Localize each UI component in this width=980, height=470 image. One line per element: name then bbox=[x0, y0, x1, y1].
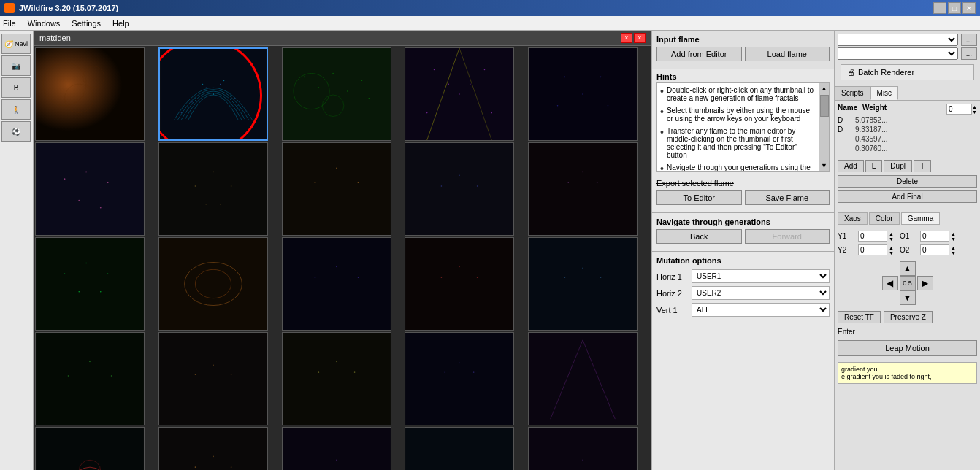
tab-misc[interactable]: Misc bbox=[870, 86, 899, 100]
tab-xaos[interactable]: Xaos bbox=[838, 212, 868, 225]
dropdown-2[interactable] bbox=[838, 47, 958, 60]
y1-up[interactable]: ▲ bbox=[889, 231, 894, 236]
menu-windows[interactable]: Windows bbox=[28, 19, 61, 28]
list-item[interactable] bbox=[35, 332, 145, 425]
add-final-button[interactable]: Add Final bbox=[838, 190, 977, 203]
leap-motion-button[interactable]: Leap Motion bbox=[838, 340, 977, 356]
scroll-thumb[interactable] bbox=[820, 95, 829, 117]
minimize-button[interactable]: — bbox=[933, 2, 946, 14]
list-item[interactable] bbox=[282, 427, 391, 470]
table-row[interactable]: 0.30760... bbox=[838, 145, 977, 153]
list-item[interactable] bbox=[158, 142, 268, 236]
list-item[interactable] bbox=[405, 332, 514, 425]
horiz2-row: Horiz 2 USER2 USER1ALLRANDOM bbox=[656, 286, 830, 300]
list-item[interactable] bbox=[282, 47, 391, 141]
list-item[interactable] bbox=[35, 47, 145, 141]
y2-down[interactable]: ▼ bbox=[889, 250, 894, 255]
save-flame-button[interactable]: Save Flame bbox=[745, 190, 830, 205]
y2-up[interactable]: ▲ bbox=[889, 245, 894, 250]
close-btn-1[interactable]: × bbox=[621, 33, 632, 43]
reset-tf-button[interactable]: Reset TF bbox=[838, 311, 881, 323]
preserve-z-button[interactable]: Preserve Z bbox=[884, 311, 933, 323]
maximize-button[interactable]: □ bbox=[948, 2, 961, 14]
list-item[interactable] bbox=[405, 47, 514, 141]
list-item[interactable] bbox=[528, 332, 638, 425]
menu-settings[interactable]: Settings bbox=[72, 19, 101, 28]
tab-gamma[interactable]: Gamma bbox=[901, 212, 941, 225]
dupl-button[interactable]: Dupl bbox=[884, 160, 912, 172]
list-item[interactable] bbox=[282, 332, 391, 425]
dropdown-1[interactable] bbox=[838, 34, 958, 46]
close-btn-2[interactable]: × bbox=[634, 33, 646, 43]
o1-input[interactable] bbox=[920, 231, 949, 242]
add-button[interactable]: Add bbox=[838, 160, 864, 172]
arrow-left[interactable]: ◀ bbox=[882, 276, 898, 290]
list-item[interactable] bbox=[35, 237, 145, 331]
to-editor-button[interactable]: To Editor bbox=[656, 190, 742, 205]
table-row[interactable]: D 5.07852... bbox=[838, 116, 977, 124]
arrow-right[interactable]: ▶ bbox=[917, 276, 933, 290]
dropdown-btn-2[interactable]: ... bbox=[961, 47, 977, 60]
o2-input[interactable] bbox=[920, 244, 949, 255]
sidebar-item-m[interactable]: 🚶 bbox=[1, 99, 31, 120]
add-from-editor-button[interactable]: Add from Editor bbox=[656, 47, 742, 61]
forward-button[interactable]: Forward bbox=[745, 229, 830, 244]
tab-scripts[interactable]: Scripts bbox=[835, 86, 870, 100]
bullet-3: • bbox=[660, 127, 664, 159]
menu-file[interactable]: File bbox=[3, 19, 16, 28]
list-item[interactable] bbox=[528, 142, 638, 236]
list-item[interactable] bbox=[158, 427, 268, 470]
list-item[interactable] bbox=[158, 332, 268, 425]
delete-button[interactable]: Delete bbox=[838, 175, 977, 188]
spinbox-down[interactable]: ▼ bbox=[972, 109, 977, 115]
weight-spinbox[interactable]: ▲ ▼ bbox=[946, 104, 977, 115]
list-item[interactable] bbox=[405, 427, 514, 470]
y1-input[interactable] bbox=[858, 231, 887, 242]
list-item[interactable] bbox=[405, 142, 514, 236]
back-button[interactable]: Back bbox=[656, 229, 742, 244]
menu-help[interactable]: Help bbox=[112, 19, 129, 28]
horiz2-select[interactable]: USER2 USER1ALLRANDOM bbox=[692, 286, 830, 300]
sidebar-item-s[interactable]: ⚽ bbox=[1, 121, 31, 142]
t-button[interactable]: T bbox=[914, 160, 931, 172]
batch-renderer-button[interactable]: 🖨 Batch Renderer bbox=[841, 64, 974, 80]
tab-color[interactable]: Color bbox=[869, 212, 900, 225]
list-item[interactable] bbox=[528, 427, 638, 470]
table-row[interactable]: D 9.33187... bbox=[838, 126, 977, 134]
sidebar-item-navi[interactable]: 🧭 Navi bbox=[1, 34, 31, 54]
list-item[interactable] bbox=[528, 47, 638, 141]
thumbnail-close-buttons[interactable]: × × bbox=[621, 33, 646, 43]
list-item[interactable] bbox=[158, 237, 268, 331]
svg-point-26 bbox=[368, 98, 370, 99]
horiz1-select[interactable]: USER1 USER2ALLRANDOM bbox=[692, 269, 830, 283]
list-item[interactable] bbox=[405, 237, 514, 331]
list-item[interactable] bbox=[282, 142, 391, 236]
o2-up[interactable]: ▲ bbox=[951, 245, 956, 250]
o2-down[interactable]: ▼ bbox=[951, 250, 956, 255]
hints-scrollbar[interactable]: ▲ ▼ bbox=[819, 83, 829, 171]
list-item[interactable] bbox=[158, 47, 268, 141]
vert1-select[interactable]: ALL USER1USER2RANDOM bbox=[692, 303, 830, 317]
arrow-up[interactable]: ▲ bbox=[900, 261, 916, 276]
list-item[interactable] bbox=[528, 237, 638, 331]
list-item[interactable] bbox=[35, 427, 145, 470]
table-row[interactable]: 0.43597... bbox=[838, 135, 977, 143]
window-controls[interactable]: — □ ✕ bbox=[933, 2, 976, 14]
close-button[interactable]: ✕ bbox=[962, 2, 976, 14]
scroll-up-arrow[interactable]: ▲ bbox=[819, 83, 829, 93]
scroll-down-arrow[interactable]: ▼ bbox=[819, 161, 829, 171]
weight-input[interactable] bbox=[946, 104, 972, 115]
l-button[interactable]: L bbox=[865, 160, 883, 172]
spinbox-up[interactable]: ▲ bbox=[972, 104, 977, 109]
list-item[interactable] bbox=[282, 237, 391, 331]
o1-down[interactable]: ▼ bbox=[951, 236, 956, 242]
sidebar-item-ir[interactable]: 📷 bbox=[1, 55, 31, 76]
list-item[interactable] bbox=[35, 142, 145, 236]
load-flame-button[interactable]: Load flame bbox=[745, 47, 830, 61]
dropdown-btn-1[interactable]: ... bbox=[961, 34, 977, 46]
o1-up[interactable]: ▲ bbox=[951, 231, 956, 236]
y2-input[interactable] bbox=[858, 244, 887, 255]
sidebar-item-b[interactable]: B bbox=[1, 77, 31, 98]
y1-down[interactable]: ▼ bbox=[889, 236, 894, 242]
arrow-down[interactable]: ▼ bbox=[900, 290, 916, 305]
